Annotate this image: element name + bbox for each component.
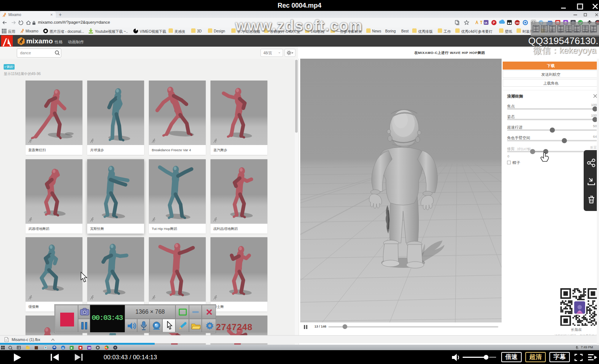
svg-text:W: W <box>88 346 91 350</box>
svg-text:G: G <box>62 347 64 350</box>
svg-text:NBA: NBA <box>516 22 520 24</box>
svg-text:IA: IA <box>484 21 487 24</box>
svg-text:P: P <box>493 21 495 24</box>
